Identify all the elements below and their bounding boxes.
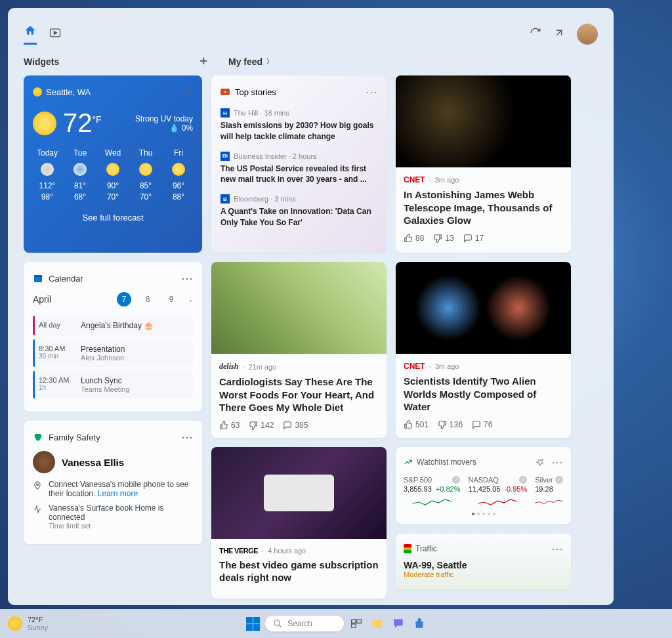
- task-view-icon[interactable]: [348, 615, 365, 632]
- comment-button[interactable]: 17: [463, 234, 484, 243]
- widgets-header: Widgets: [24, 56, 59, 67]
- chat-icon[interactable]: [390, 615, 407, 632]
- top-story-item[interactable]: BIBusiness Insider · 2 hoursThe US Posta…: [220, 152, 377, 186]
- svg-rect-6: [357, 620, 362, 623]
- family-menu-icon[interactable]: ⋯: [181, 430, 193, 444]
- news-icon: ≡: [220, 89, 230, 95]
- calendar-widget[interactable]: Calendar ⋯ April 789⌄ All dayAngela's Bi…: [24, 262, 202, 412]
- heart-shield-icon: [33, 432, 43, 442]
- feed-card-webb[interactable]: CNET · 3m ago In Astonishing James Webb …: [396, 75, 571, 253]
- traffic-title: Traffic: [415, 544, 437, 553]
- video-icon[interactable]: [49, 26, 62, 42]
- forecast-day[interactable]: Wed90°70°: [98, 148, 127, 203]
- chevron-down-icon[interactable]: ⌄: [188, 296, 193, 303]
- forecast-day[interactable]: Thu85°70°: [131, 148, 160, 203]
- dislike-button[interactable]: 142: [249, 421, 274, 430]
- family-avatar: [33, 451, 55, 473]
- calendar-event[interactable]: 12:30 AM1hLunch SyncTeams Meeting: [33, 371, 193, 398]
- weather-widget[interactable]: Seattle, WA ⋯ 72°F Strong UV today 💧 0% …: [24, 75, 202, 253]
- taskbar: 72°FSunny Search: [0, 609, 672, 638]
- search-icon: [273, 619, 282, 628]
- dislike-button[interactable]: 13: [433, 234, 453, 243]
- sun-icon: [33, 87, 42, 96]
- watchlist-title: Watchlist movers: [417, 457, 476, 467]
- watchlist-item[interactable]: NASDAQ✓11,425.05-0.95%: [468, 476, 527, 509]
- forecast-day[interactable]: Today112°98°: [33, 148, 62, 203]
- feed-brand: CNET: [404, 175, 425, 184]
- svg-rect-5: [352, 620, 356, 623]
- expand-icon[interactable]: [553, 27, 565, 41]
- svg-rect-7: [352, 624, 356, 627]
- start-button[interactable]: [244, 615, 261, 632]
- feed-title: Cardiologists Say These Are The Worst Fo…: [219, 375, 379, 414]
- store-icon[interactable]: [411, 615, 428, 632]
- taskbar-search[interactable]: Search: [265, 616, 344, 631]
- calendar-day[interactable]: 9: [164, 292, 178, 307]
- explorer-icon[interactable]: [369, 615, 386, 632]
- feed-card-alien-worlds[interactable]: CNET · 3m ago Scientists Identify Two Al…: [396, 262, 571, 438]
- user-avatar[interactable]: [577, 24, 598, 45]
- family-device-status: Vanessa's Surface book Home is connected: [49, 503, 193, 522]
- feed-timestamp: 21m ago: [248, 363, 276, 371]
- feed-card-delish[interactable]: delish · 21m ago Cardiologists Say These…: [211, 262, 387, 438]
- calendar-menu-icon[interactable]: ⋯: [181, 271, 193, 286]
- activity-icon: [33, 505, 42, 514]
- calendar-event[interactable]: All dayAngela's Birthday 🎂: [33, 316, 193, 335]
- feed-brand: THE VERGE: [219, 547, 258, 555]
- feed-title: In Astonishing James Webb Telescope Imag…: [404, 188, 563, 227]
- add-widget-button[interactable]: +: [200, 54, 207, 69]
- family-safety-widget[interactable]: Family Safety ⋯ Vanessa Ellis Connect Va…: [24, 421, 202, 544]
- feed-timestamp: 3m ago: [435, 362, 459, 370]
- feed-image: [211, 447, 387, 539]
- weather-precip: 💧 0%: [135, 123, 193, 133]
- top-stories-menu-icon[interactable]: ⋯: [366, 85, 377, 99]
- my-feed-header[interactable]: My feed 〉: [228, 56, 273, 67]
- feed-title: The best video game subscription deals r…: [219, 559, 379, 584]
- feed-card-verge[interactable]: THE VERGE · 4 hours ago The best video g…: [211, 447, 387, 599]
- watchlist-widget[interactable]: Watchlist movers ⋯ S&P 500✓3,855.93+0.82…: [396, 447, 571, 524]
- comment-button[interactable]: 385: [283, 421, 308, 430]
- traffic-widget[interactable]: Traffic ⋯ WA-99, Seattle Moderate traffi…: [396, 534, 571, 589]
- calendar-event[interactable]: 8:30 AM30 minPresentationAlex Johnson: [33, 339, 193, 367]
- feed-timestamp: 4 hours ago: [268, 547, 306, 555]
- watchlist-menu-icon[interactable]: ⋯: [551, 455, 563, 469]
- taskbar-weather[interactable]: 72°FSunny: [8, 616, 48, 631]
- traffic-status: Moderate traffic: [404, 570, 563, 578]
- watchlist-item[interactable]: S&P 500✓3,855.93+0.82%: [404, 476, 460, 509]
- svg-point-3: [37, 484, 39, 486]
- feed-timestamp: 3m ago: [435, 176, 459, 184]
- feed-image: [396, 262, 571, 354]
- forecast-day[interactable]: Tue81°68°: [66, 148, 94, 203]
- weather-uv: Strong UV today: [135, 114, 193, 123]
- pin-icon[interactable]: [536, 457, 545, 467]
- family-location-text: Connect Vanessa's mobile phone to see th…: [49, 480, 193, 498]
- feed-image: [211, 262, 387, 354]
- feed-image: [396, 75, 571, 167]
- top-bar: [24, 21, 598, 47]
- comment-button[interactable]: 76: [472, 420, 492, 429]
- calendar-day[interactable]: 8: [140, 292, 155, 307]
- learn-more-link[interactable]: Learn more: [98, 489, 138, 498]
- traffic-menu-icon[interactable]: ⋯: [551, 542, 563, 556]
- top-story-item[interactable]: HThe Hill · 18 minsSlash emissions by 20…: [220, 108, 377, 142]
- traffic-route: WA-99, Seattle: [404, 560, 563, 570]
- location-icon: [33, 481, 42, 490]
- like-button[interactable]: 63: [219, 421, 240, 430]
- weather-menu-icon[interactable]: ⋯: [181, 85, 193, 99]
- widgets-panel: Widgets + My feed 〉 Seattle, WA ⋯ 72°F S…: [8, 8, 614, 605]
- forecast-day[interactable]: Fri96°88°: [164, 148, 193, 203]
- top-story-item[interactable]: BBloomberg · 3 minsA Quant's Take on Inn…: [220, 194, 377, 228]
- feed-title: Scientists Identify Two Alien Worlds Mos…: [404, 375, 563, 414]
- dislike-button[interactable]: 136: [438, 420, 463, 429]
- calendar-icon: [33, 273, 43, 284]
- like-button[interactable]: 501: [404, 420, 429, 429]
- see-forecast-link[interactable]: See full forecast: [33, 213, 193, 223]
- refresh-icon[interactable]: [530, 27, 541, 41]
- top-stories-card[interactable]: ≡ Top stories ⋯ HThe Hill · 18 minsSlash…: [211, 75, 387, 253]
- watchlist-item[interactable]: Silver✓19.28: [535, 476, 563, 509]
- home-icon[interactable]: [24, 24, 37, 45]
- like-button[interactable]: 88: [404, 234, 424, 243]
- family-time-limit: Time limit set: [49, 522, 193, 530]
- svg-point-4: [274, 620, 280, 626]
- calendar-day[interactable]: 7: [117, 292, 131, 307]
